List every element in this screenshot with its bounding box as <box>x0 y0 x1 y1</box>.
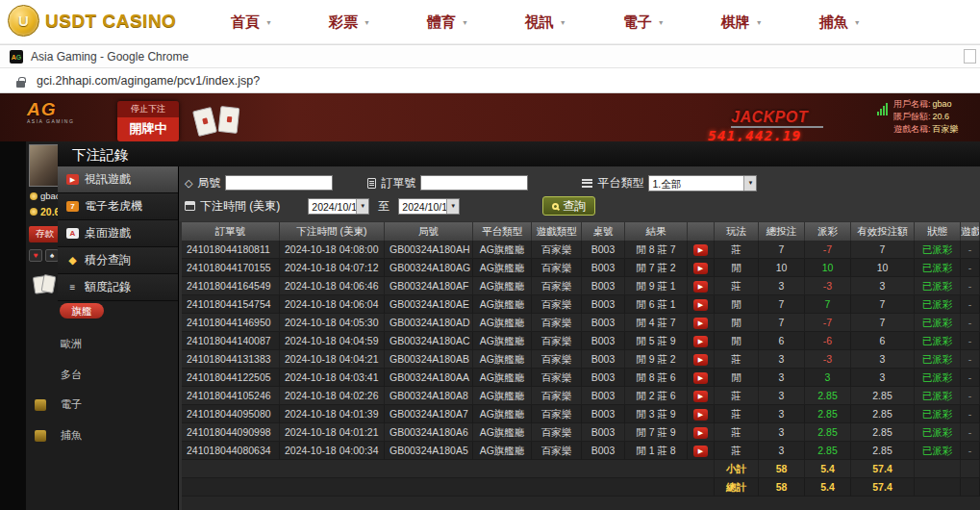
date-from-input[interactable]: 2024/10/18 ▼ <box>308 198 369 215</box>
top-nav-item[interactable]: 彩票▼ <box>329 13 370 32</box>
order-number-label: 訂單號 <box>381 175 415 191</box>
top-nav-item[interactable]: 電子▼ <box>623 13 665 32</box>
cell-table-no: B003 <box>582 442 625 460</box>
hall-item[interactable]: 捕魚 <box>35 429 147 442</box>
brand-logo[interactable]: U USDT CASINO <box>8 5 176 37</box>
cell-replay: ▶ <box>688 241 715 259</box>
cell-side: 閒 <box>715 259 759 277</box>
table-row: 2410180441808112024-10-18 04:08:00GB0032… <box>182 241 980 259</box>
replay-button[interactable]: ▶ <box>693 263 708 274</box>
cell-platform: AG旗艦廳 <box>473 369 532 387</box>
window-titlebar[interactable]: AG Asia Gaming - Google Chrome <box>0 44 980 68</box>
cell-game-type: 百家樂 <box>532 350 582 369</box>
top-nav-item[interactable]: 捕魚▼ <box>819 13 861 32</box>
page-left-edge <box>0 141 26 510</box>
replay-button[interactable]: ▶ <box>693 354 708 366</box>
order-number-input[interactable] <box>420 175 528 191</box>
cell-payout: 7 <box>805 295 851 314</box>
replay-button[interactable]: ▶ <box>693 299 708 311</box>
top-nav-item[interactable]: 棋牌▼ <box>721 13 763 32</box>
cell-platform: AG旗艦廳 <box>473 442 532 460</box>
date-from-value: 2024/10/18 <box>309 199 356 214</box>
cell-extra: - <box>961 259 980 277</box>
table-header-cell: 總投注 <box>759 222 805 241</box>
replay-button[interactable]: ▶ <box>693 372 708 384</box>
table-row: 2410180441701552024-10-18 04:07:12GB0032… <box>182 259 980 277</box>
cell-valid-bet: 7 <box>851 314 915 332</box>
table-header-cell: 結果 <box>625 222 688 241</box>
cell-platform: AG旗艦廳 <box>473 350 532 369</box>
cell-round-id: GB00324A180AC <box>385 332 473 350</box>
filter-bar: ◇ 局號 訂單號 平台類型 1.全部 ▼ <box>179 166 980 221</box>
round-number-label: 局號 <box>197 175 220 191</box>
user-info-label: 賬戶餘額: <box>893 112 931 121</box>
cell-side: 莊 <box>715 405 759 423</box>
top-nav: 首頁▼彩票▼體育▼視訊▼電子▼棋牌▼捕魚▼ <box>231 0 861 44</box>
cell-round-id: GB00324A180AE <box>385 295 473 314</box>
replay-button[interactable]: ▶ <box>693 446 708 457</box>
top-nav-item[interactable]: 體育▼ <box>427 13 468 32</box>
cell-order-id: 241018044080634 <box>182 442 280 460</box>
hall-item[interactable]: 電子 <box>35 398 147 411</box>
table-header-cell: 訂單號 <box>182 222 280 241</box>
cell-order-id: 241018044170155 <box>182 259 280 277</box>
heart-suit-icon[interactable]: ♥ <box>29 249 42 262</box>
order-filter-group: 訂單號 <box>367 175 528 191</box>
cell-game-type: 百家樂 <box>532 277 582 295</box>
cell-order-id: 241018044105246 <box>182 387 280 405</box>
cell-result: 閒 8 莊 6 <box>625 369 688 387</box>
round-number-input[interactable] <box>225 175 333 191</box>
cell-status: 已派彩 <box>915 241 961 259</box>
filter-row-2: 下注時間 (美東) 2024/10/18 ▼ 至 2024/10/18 ▼ 查詢 <box>185 196 980 216</box>
hall-list: 旗艦歐洲多台電子捕魚 <box>34 303 147 442</box>
cell-payout: -3 <box>805 350 851 369</box>
cell-table-no: B003 <box>582 369 625 387</box>
cell-extra: - <box>961 332 980 350</box>
modal-menu-item[interactable]: A桌面遊戲 <box>58 220 178 247</box>
user-info-line: 賬戶餘額:20.6 <box>893 111 980 123</box>
top-nav-item[interactable]: 首頁▼ <box>231 13 272 32</box>
subtotal-total-bet: 58 <box>759 460 805 478</box>
address-bar[interactable]: gci.2hhapi.com/agingame/pcv1/index.jsp? <box>0 68 980 93</box>
table-header-cell: 遊戲 <box>961 222 980 241</box>
hall-item-label: 電子 <box>61 397 82 412</box>
replay-button[interactable]: ▶ <box>693 427 708 439</box>
cell-order-id: 241018044131383 <box>182 350 280 369</box>
cell-valid-bet: 10 <box>851 259 915 277</box>
search-button-label: 查詢 <box>563 198 586 215</box>
top-nav-item[interactable]: 視訊▼ <box>525 13 566 32</box>
hall-item[interactable]: 歐洲 <box>61 337 147 349</box>
cell-extra: - <box>961 387 980 405</box>
replay-button[interactable]: ▶ <box>693 281 708 293</box>
modal-menu-item[interactable]: 7電子老虎機 <box>58 193 178 220</box>
cell-side: 莊 <box>715 241 759 259</box>
spade-suit-icon[interactable]: ♠ <box>45 249 59 262</box>
deposit-button[interactable]: 存款 <box>29 226 61 242</box>
replay-button[interactable]: ▶ <box>693 391 708 402</box>
table-row: 2410180440806342024-10-18 04:00:34GB0032… <box>182 442 980 460</box>
hall-item[interactable]: 旗艦 <box>60 303 104 319</box>
replay-button[interactable]: ▶ <box>693 336 708 347</box>
platform-type-select[interactable]: 1.全部 ▼ <box>648 175 757 191</box>
cell-total-bet: 3 <box>759 423 805 442</box>
cell-total-bet: 7 <box>759 314 805 332</box>
window-control-button[interactable] <box>964 49 976 64</box>
modal-menu-item[interactable]: ◆積分查詢 <box>58 247 178 274</box>
hall-item[interactable]: 多台 <box>61 368 147 380</box>
modal-menu-item[interactable]: ≡額度記錄 <box>58 274 178 301</box>
jackpot-panel: JACKPOT 541,442.19 <box>708 109 881 143</box>
cell-bet-time: 2024-10-18 04:02:26 <box>280 387 385 405</box>
search-button[interactable]: 查詢 <box>542 196 595 216</box>
cell-order-id: 241018044164549 <box>182 277 280 295</box>
modal-menu-item[interactable]: ▶視訊遊戲 <box>58 166 178 193</box>
replay-button[interactable]: ▶ <box>693 409 708 421</box>
cell-total-bet: 3 <box>759 350 805 369</box>
cell-valid-bet: 3 <box>851 277 915 295</box>
status-stop-label: 停止下注 <box>117 101 179 117</box>
replay-button[interactable]: ▶ <box>693 244 708 256</box>
date-to-input[interactable]: 2024/10/18 ▼ <box>398 198 460 215</box>
empty-cell <box>961 478 980 497</box>
replay-button[interactable]: ▶ <box>693 318 708 329</box>
cell-extra: - <box>961 369 980 387</box>
subtotal-valid-bet: 57.4 <box>851 460 915 478</box>
